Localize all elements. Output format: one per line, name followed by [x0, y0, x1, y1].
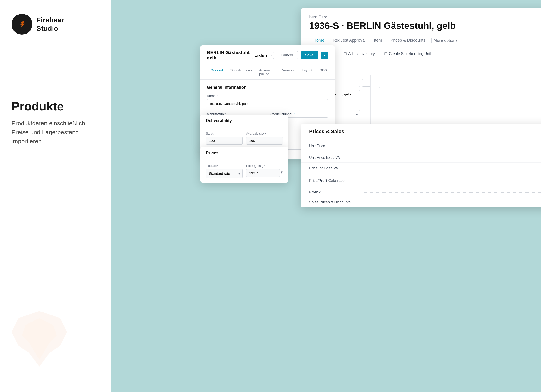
tax-rate-select-wrapper: Standard rate ▾	[206, 169, 243, 178]
available-stock-input[interactable]	[246, 137, 283, 145]
ps-row-profit-calc: Price/Profit Calculation Profit=Price-Co…	[301, 174, 541, 188]
prices-sales-title: Prices & Sales	[301, 124, 541, 139]
ps-profit-pct-label: Profit %	[309, 190, 360, 194]
ps-unit-price-excl-label: Unit Price Excl. VAT	[309, 156, 360, 160]
price-gross-label: Price (gross) *	[246, 164, 283, 168]
save-button[interactable]: Save	[301, 51, 318, 59]
prices-sales-card: Prices & Sales Unit Price Unit Price Exc…	[301, 124, 541, 207]
stock-input[interactable]	[206, 137, 243, 145]
item-card-nav: Home Request Approval Item Prices & Disc…	[309, 36, 541, 46]
nav-item[interactable]: Item	[370, 36, 386, 46]
price-gross-input[interactable]	[246, 169, 280, 177]
prices-row: Tax rate* Standard rate ▾ Price (gross) …	[206, 164, 283, 178]
adjust-inventory-button[interactable]: ⊞ Adjust Inventory	[340, 50, 379, 58]
adjust-icon: ⊞	[343, 51, 347, 56]
page-subtext: Produktdaten einschließlich Preise und L…	[12, 119, 99, 146]
nav-request-approval[interactable]: Request Approval	[328, 36, 370, 46]
modal-tabs: General Specifications Advanced pricing …	[200, 65, 335, 80]
extra-input-row	[379, 79, 541, 88]
page-heading: Produkte	[12, 99, 99, 113]
nav-prices-discounts[interactable]: Prices & Discounts	[386, 36, 429, 46]
tax-rate-select[interactable]: Standard rate	[206, 169, 243, 178]
right-panel: Item Card 1936-S · BERLIN Gästestuhl, ge…	[111, 0, 541, 392]
tab-seo[interactable]: SEO	[316, 65, 331, 79]
value-0a-row: 0	[379, 102, 541, 108]
tab-cross-selling[interactable]: Cross Selling	[331, 65, 335, 79]
nav-more-options[interactable]: More options	[433, 38, 458, 43]
logo-icon	[12, 14, 32, 35]
price-gross-wrapper: €	[246, 169, 283, 177]
tab-specifications[interactable]: Specifications	[227, 65, 255, 79]
value-0b-row: 0	[379, 108, 541, 115]
brand-name: Firebear Studio	[36, 16, 64, 33]
available-stock-label: Available stock	[246, 132, 283, 135]
general-info-heading: General information	[207, 85, 328, 90]
ps-row-sales-prices: Sales Prices & Discounts Create New...	[301, 197, 541, 207]
name-label: Name *	[207, 94, 328, 98]
product-number-info-icon[interactable]: ℹ	[294, 112, 296, 116]
item-card-right-fields: ··· 0 0	[371, 75, 541, 125]
name-input[interactable]	[207, 99, 328, 108]
logo-area: Firebear Studio	[12, 14, 99, 35]
create-stockkeeping-button[interactable]: ⊡ Create Stockkeeping Unit	[380, 50, 435, 58]
ps-row-price-includes-vat: Price Includes VAT	[301, 163, 541, 174]
value-100-row: ···	[379, 91, 541, 102]
modal-header: BERLIN Gästestuhl, gelb English ▾ Cancel…	[200, 45, 335, 65]
prices-title: Prices	[200, 147, 288, 159]
save-caret-button[interactable]: ▾	[321, 51, 328, 59]
nav-divider	[431, 38, 432, 43]
ps-price-includes-vat-label: Price Includes VAT	[309, 166, 360, 170]
deliverability-row: Stock Available stock	[206, 132, 283, 145]
ps-unit-price-label: Unit Price	[309, 144, 360, 148]
tax-rate-label: Tax rate*	[206, 164, 243, 168]
item-card-content: ··· Inventory ▾	[301, 75, 541, 125]
item-card-title: 1936-S · BERLIN Gästestuhl, gelb	[309, 20, 541, 31]
currency-symbol: €	[281, 171, 283, 175]
tab-layout[interactable]: Layout	[298, 65, 316, 79]
available-stock-field: Available stock	[246, 132, 283, 145]
prices-card: Prices Tax rate* Standard rate ▾ Price (…	[200, 147, 288, 183]
item-card-toolbar: ⧉ Copy Item ⊞ Adjust Inventory ⊡ Create …	[301, 46, 541, 62]
cancel-button[interactable]: Cancel	[276, 51, 298, 59]
modal-title: BERLIN Gästestuhl, gelb	[207, 50, 252, 61]
item-section-title: Item	[301, 62, 541, 75]
ps-row-unit-price: Unit Price	[301, 139, 541, 153]
item-card: Item Card 1936-S · BERLIN Gästestuhl, ge…	[301, 8, 541, 125]
price-gross-field: Price (gross) * €	[246, 164, 283, 178]
ps-row-unit-price-excl: Unit Price Excl. VAT 193.70	[301, 153, 541, 163]
left-panel: Firebear Studio Produkte Produktdaten ei…	[0, 0, 111, 392]
tab-advanced-pricing[interactable]: Advanced pricing	[255, 65, 278, 79]
tax-rate-field: Tax rate* Standard rate ▾	[206, 164, 243, 178]
nav-home[interactable]: Home	[309, 36, 328, 46]
item-no-more-button[interactable]: ···	[362, 79, 370, 87]
ps-sales-prices-label: Sales Prices & Discounts	[309, 200, 360, 204]
stock-field: Stock	[206, 132, 243, 145]
tab-variants[interactable]: Variants	[278, 65, 298, 79]
item-card-header: Item Card 1936-S · BERLIN Gästestuhl, ge…	[301, 8, 541, 46]
stock-label: Stock	[206, 132, 243, 135]
extra-input[interactable]	[379, 79, 541, 88]
fox-watermark	[5, 304, 74, 373]
deliverability-body: Stock Available stock	[200, 127, 288, 149]
name-field-group: Name *	[207, 94, 328, 108]
deliverability-title: Deliverability	[200, 115, 288, 127]
tab-general[interactable]: General	[207, 65, 227, 79]
language-select[interactable]: English	[252, 52, 274, 59]
stockkeeping-icon: ⊡	[384, 51, 388, 56]
ps-row-profit-pct: Profit % 21.99	[301, 188, 541, 197]
prices-body: Tax rate* Standard rate ▾ Price (gross) …	[200, 159, 288, 183]
modal-controls: English ▾ Cancel Save ▾	[252, 51, 328, 59]
deliverability-card: Deliverability Stock Available stock	[200, 115, 288, 149]
ps-profit-calc-label: Price/Profit Calculation	[309, 179, 360, 183]
item-card-label: Item Card	[309, 15, 541, 20]
